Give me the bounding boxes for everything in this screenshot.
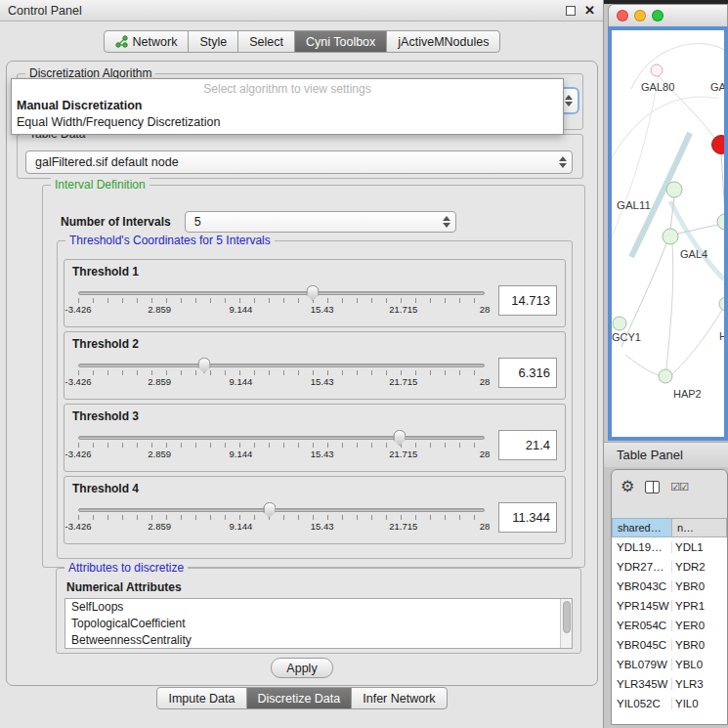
threshold-4-value-field[interactable]: 11.344 <box>498 502 557 533</box>
tab-style-label: Style <box>199 35 227 49</box>
tab-jactivemnodules[interactable]: jActiveMNodules <box>386 30 500 53</box>
dropdown-option-equal-width-frequency[interactable]: Equal Width/Frequency Discretization <box>12 114 563 131</box>
threshold-4-slider[interactable]: -3.426 2.859 9.144 15.43 21.715 28 <box>78 508 485 533</box>
network-view-window: GAL80 GA GAL11 GAL4 GCY1 HAP2 H <box>608 4 728 441</box>
network-tab-icon <box>115 35 128 48</box>
network-node[interactable] <box>659 369 672 383</box>
slider-track[interactable] <box>78 364 485 367</box>
dropdown-placeholder: Select algorithm to view settings <box>12 79 563 98</box>
cell-shared-name[interactable]: YIL052C <box>612 698 672 709</box>
list-item[interactable]: TopologicalCoefficient <box>65 616 572 632</box>
network-node[interactable] <box>651 64 663 76</box>
network-edge <box>666 244 673 369</box>
cell-name[interactable]: YBR0 <box>672 580 727 592</box>
node-label-gal80: GAL80 <box>641 81 674 93</box>
network-canvas[interactable]: GAL80 GA GAL11 GAL4 GCY1 HAP2 H <box>608 26 728 441</box>
slider-track[interactable] <box>78 508 485 512</box>
cell-name[interactable]: YIL0 <box>672 698 727 709</box>
close-traffic-light[interactable] <box>617 10 628 21</box>
algorithm-dropdown-list: Select algorithm to view settings Manual… <box>11 78 564 135</box>
tab-impute-data[interactable]: Impute Data <box>156 687 246 709</box>
table-row[interactable]: YIL052C YIL0 <box>612 694 727 713</box>
cell-shared-name[interactable]: YDL19… <box>612 541 672 553</box>
column-header-name[interactable]: n… <box>671 518 727 537</box>
table-row[interactable]: YDL19… YDL1 <box>612 537 727 557</box>
table-data-combobox[interactable]: galFiltered.sif default node <box>25 150 573 174</box>
tab-select[interactable]: Select <box>237 30 295 53</box>
cell-shared-name[interactable]: YLR345W <box>612 678 672 690</box>
network-node[interactable] <box>717 214 724 230</box>
apply-button[interactable]: Apply <box>271 658 333 678</box>
network-window-titlebar[interactable] <box>608 4 728 26</box>
threshold-1-panel: Threshold 1 -3.426 2.859 9.144 15.43 <box>64 259 566 327</box>
slider-tick-labels: -3.426 2.859 9.144 15.43 21.715 28 <box>78 521 485 533</box>
cell-name[interactable]: YBL0 <box>672 659 727 670</box>
attributes-scrollbar[interactable] <box>560 599 572 648</box>
cell-name[interactable]: YDR2 <box>672 561 727 573</box>
numerical-attributes-label: Numerical Attributes <box>66 580 182 594</box>
slider-track[interactable] <box>78 291 485 295</box>
float-window-icon[interactable] <box>566 6 576 16</box>
tab-discretize-data[interactable]: Discretize Data <box>246 687 353 709</box>
scrollbar-thumb[interactable] <box>563 601 571 633</box>
minimize-traffic-light[interactable] <box>634 10 646 21</box>
cell-name[interactable]: YPR1 <box>672 600 727 612</box>
cell-shared-name[interactable]: YPR145W <box>612 600 672 612</box>
network-node[interactable] <box>666 182 682 197</box>
cell-shared-name[interactable]: YBR043C <box>612 580 672 592</box>
cell-name[interactable]: YDL1 <box>672 541 727 553</box>
table-row[interactable]: YPR145W YPR1 <box>612 596 727 616</box>
cell-name[interactable]: YER0 <box>672 620 727 631</box>
network-node-selected[interactable] <box>712 136 725 154</box>
table-row[interactable]: YLR345W YLR3 <box>612 674 727 694</box>
thresholds-group: Threshold's Coordinates for 5 Intervals … <box>57 240 573 559</box>
list-item[interactable]: SelfLoops <box>65 599 572 616</box>
stepper-icon <box>443 216 450 228</box>
tab-style[interactable]: Style <box>188 30 238 53</box>
network-edge <box>612 74 659 265</box>
table-row[interactable]: YER054C YER0 <box>612 616 727 635</box>
thresholds-group-title: Threshold's Coordinates for 5 Intervals <box>65 234 275 247</box>
cell-shared-name[interactable]: YBL079W <box>612 659 672 670</box>
threshold-1-slider[interactable]: -3.426 2.859 9.144 15.43 21.715 28 <box>78 291 485 316</box>
table-row[interactable]: YBL079W YBL0 <box>612 655 727 674</box>
bottom-tab-bar: Impute Data Discretize Data Infer Networ… <box>0 687 604 709</box>
node-label-h-cut: H <box>719 330 724 342</box>
threshold-1-value-field[interactable]: 14.713 <box>498 285 557 316</box>
table-panel-window: ⚙ ☑☑ shared… n… YDL19… YDL1 YDR27… YDR2 … <box>611 469 728 725</box>
threshold-3-value-field[interactable]: 21.4 <box>498 430 557 460</box>
table-row[interactable]: YDR27… YDR2 <box>612 557 727 577</box>
column-header-shared-name[interactable]: shared… <box>612 518 672 537</box>
list-item[interactable]: BetweennessCentrality <box>65 632 572 649</box>
tab-infer-network-label: Infer Network <box>363 692 435 706</box>
select-columns-icon[interactable]: ☑☑ <box>670 481 688 493</box>
node-label-gal11: GAL11 <box>617 199 651 211</box>
cell-name[interactable]: YBR0 <box>672 639 727 651</box>
table-row[interactable]: YBR043C YBR0 <box>612 577 727 596</box>
cell-shared-name[interactable]: YER054C <box>612 620 672 631</box>
threshold-3-slider[interactable]: -3.426 2.859 9.144 15.43 21.715 28 <box>78 436 485 460</box>
network-node[interactable] <box>613 317 626 330</box>
node-label-hap2: HAP2 <box>673 388 702 400</box>
cell-shared-name[interactable]: YDR27… <box>612 561 672 573</box>
slider-track[interactable] <box>78 436 485 440</box>
zoom-traffic-light[interactable] <box>652 10 664 21</box>
table-header-row: shared… n… <box>612 518 727 537</box>
gear-icon[interactable]: ⚙ <box>621 479 634 494</box>
dropdown-option-manual-discretization[interactable]: Manual Discretization <box>12 98 563 114</box>
tab-network[interactable]: Network <box>104 30 190 53</box>
network-node[interactable] <box>663 229 678 244</box>
network-edge <box>625 355 659 375</box>
table-row[interactable]: YBR045C YBR0 <box>612 635 727 655</box>
tab-cyni-toolbox-label: Cyni Toolbox <box>306 35 375 49</box>
threshold-2-value-field[interactable]: 6.316 <box>498 358 557 388</box>
threshold-2-slider[interactable]: -3.426 2.859 9.144 15.43 21.715 28 <box>78 364 485 388</box>
tab-cyni-toolbox[interactable]: Cyni Toolbox <box>294 30 387 53</box>
cell-shared-name[interactable]: YBR045C <box>612 639 672 651</box>
close-icon[interactable]: ✕ <box>584 4 595 17</box>
number-of-intervals-combobox[interactable]: 5 <box>185 211 456 233</box>
tab-infer-network[interactable]: Infer Network <box>351 687 447 709</box>
columns-icon[interactable] <box>645 481 660 493</box>
cell-name[interactable]: YLR3 <box>672 678 727 690</box>
network-node[interactable] <box>719 297 724 311</box>
